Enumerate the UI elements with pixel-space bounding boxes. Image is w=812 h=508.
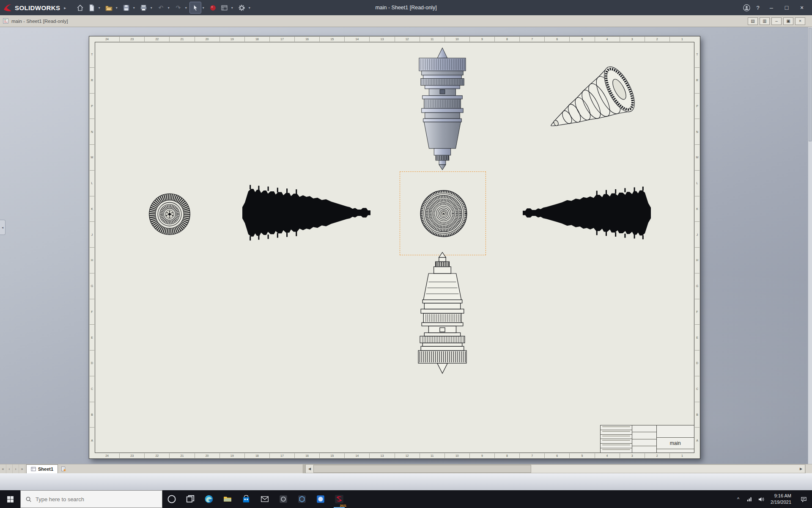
titlebar-controls: ? – □ × [741,1,809,14]
zone-label: M [90,144,94,170]
camera-app-icon [279,494,288,504]
previous-sheet-button[interactable]: ‹ [6,464,13,473]
zone-label: 22 [144,453,169,458]
zone-label: 1 [669,37,694,41]
vertical-scrollbar[interactable] [808,27,812,464]
zone-label: 19 [219,37,244,41]
options-dropdown[interactable]: ▾ [247,2,252,13]
taskbar-app-mail[interactable] [255,490,274,508]
last-sheet-button[interactable]: » [19,464,25,473]
taskpane-collapse-arrow[interactable]: ◂ [0,220,5,235]
search-input[interactable] [36,496,157,502]
taskbar-app-file-explorer[interactable] [218,490,237,508]
taskbar-app-photos[interactable] [311,490,330,508]
next-sheet-button[interactable]: › [13,464,19,473]
drawing-view-right[interactable] [523,186,651,240]
print-dropdown[interactable]: ▾ [149,2,154,13]
drawing-view-top[interactable] [417,47,468,171]
zone-label: H [90,247,94,273]
network-icon[interactable] [744,490,755,508]
open-dropdown[interactable]: ▾ [114,2,119,13]
open-button[interactable] [103,2,114,13]
doc-window-button-2[interactable]: ▥ [760,17,770,25]
redo-dropdown[interactable]: ▾ [184,2,188,13]
cortana-button[interactable] [162,490,181,508]
action-center-button[interactable] [795,490,812,508]
appearance-button[interactable] [207,2,218,13]
zone-label: 24 [95,453,119,458]
vertical-scrollbar-thumb[interactable] [809,28,812,141]
drawing-view-left[interactable] [242,184,370,241]
taskbar-search[interactable] [20,490,162,508]
cortana-icon [167,494,176,504]
first-sheet-button[interactable]: « [0,464,6,473]
doc-restore-button[interactable]: ▣ [783,17,793,25]
maximize-button[interactable]: □ [779,1,794,14]
minimize-button[interactable]: – [764,1,779,14]
zone-label: 7 [519,37,544,41]
drawing-view-bottom[interactable] [416,251,469,374]
taskbar-app-solidworks[interactable]: 2021 [330,490,348,508]
drawing-view-isometric[interactable] [534,65,640,148]
scroll-right-button[interactable]: ▶ [797,465,805,473]
drawing-view-rear[interactable] [148,191,192,237]
horizontal-scrollbar-track[interactable] [313,465,797,473]
select-tool-button[interactable] [190,2,201,13]
zone-label: 2 [645,37,669,41]
scroll-left-button[interactable]: ◀ [306,465,313,473]
display-settings-dropdown[interactable]: ▾ [230,2,234,13]
add-sheet-icon [60,466,66,472]
doc-close-button[interactable]: × [795,17,805,25]
task-view-button[interactable] [181,490,200,508]
undo-dropdown[interactable]: ▾ [166,2,171,13]
horizontal-scrollbar-thumb[interactable] [313,465,531,473]
taskbar-app-camera[interactable] [274,490,293,508]
zone-label: 15 [319,453,344,458]
sheet-icon [31,467,36,472]
help-button[interactable]: ? [752,1,764,14]
doc-window-button-1[interactable]: ▤ [748,17,758,25]
print-button[interactable] [138,2,149,13]
solidworks-logo[interactable]: SOLIDWORKS ▸ [3,3,68,13]
horizontal-scrollbar[interactable]: ◀ ▶ [305,464,805,473]
zone-label: 12 [395,37,420,41]
home-button[interactable] [74,2,85,13]
zone-label: 8 [494,37,519,41]
volume-icon[interactable] [755,490,767,508]
taskbar-clock[interactable]: 9:16 AM 2/19/2021 [767,493,795,505]
zone-label: 15 [319,37,344,41]
zone-label: 22 [144,37,169,41]
zone-label: 6 [544,37,569,41]
tray-expand-button[interactable]: ^ [732,490,744,508]
graphics-area[interactable]: 242322212019181716151413121110987654321 … [0,27,812,464]
new-document-button[interactable] [86,2,97,13]
start-button[interactable] [0,490,20,508]
add-sheet-button[interactable] [58,464,68,473]
photos-app-icon [316,494,325,504]
zone-label: 8 [494,453,519,458]
zone-label: M [695,144,700,170]
close-button[interactable]: × [794,1,809,14]
drawing-sheet[interactable]: 242322212019181716151413121110987654321 … [89,36,700,459]
select-tool-dropdown[interactable]: ▾ [201,2,206,13]
zone-label: R [695,67,700,93]
zone-label: 4 [595,453,620,458]
taskbar-app-store[interactable] [237,490,255,508]
sheet-tab-label: Sheet1 [38,467,53,472]
save-dropdown[interactable]: ▾ [132,2,136,13]
drawing-view-front[interactable] [418,188,469,239]
display-settings-button[interactable] [219,2,230,13]
options-gear-button[interactable] [236,2,247,13]
zone-label: K [90,196,94,222]
account-button[interactable] [741,2,752,13]
undo-button[interactable]: ↶ [155,2,166,13]
new-document-dropdown[interactable]: ▾ [97,2,102,13]
save-button[interactable] [121,2,132,13]
taskbar-app-3d-viewer[interactable] [293,490,311,508]
tab-sheet1[interactable]: Sheet1 [26,464,58,473]
redo-button[interactable]: ↷ [173,2,184,13]
taskbar-app-edge[interactable] [200,490,218,508]
zone-label: 21 [169,37,194,41]
doc-minimize-button[interactable]: – [771,17,782,25]
menu-expand-arrow[interactable]: ▸ [62,6,68,10]
